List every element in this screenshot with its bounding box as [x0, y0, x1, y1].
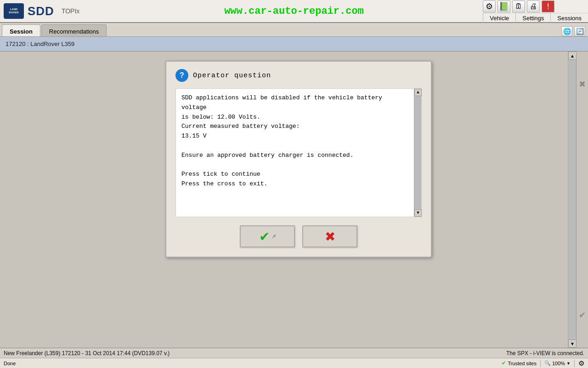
book-icon-btn[interactable]: 📗 — [498, 0, 510, 12]
panel-buttons: ✔ ↗ ✖ — [175, 225, 422, 247]
header: LAND ROVER SDD TOPIx www.car-auto-repair… — [0, 0, 588, 23]
msg-line-9: Press the cross to exit. — [181, 179, 408, 189]
scroll-area: ▲ ▼ — [568, 52, 576, 348]
header-icons-top: ⚙ 📗 🗓 🖨 ! — [483, 0, 588, 13]
cross-button[interactable]: ✖ — [302, 225, 357, 247]
tab-recommendations[interactable]: Recommendations — [41, 24, 107, 36]
cursor-indicator: ↗ — [271, 233, 276, 240]
far-right-cross[interactable]: ✖ — [579, 79, 586, 89]
land-rover-logo: LAND ROVER — [4, 3, 24, 19]
question-icon: ? — [175, 69, 188, 82]
tick-button[interactable]: ✔ ↗ — [240, 225, 295, 247]
panel-header: ? Operator question — [175, 69, 422, 82]
ie-bar: Done ✔ Trusted sites 🔍 100% ▼ ⚙ — [0, 358, 588, 368]
msg-scroll-track — [414, 96, 421, 209]
statusbar-left: New Freelander (L359) 172120 - 31 Oct 20… — [4, 350, 506, 356]
msg-line-2: is below: 12.00 Volts. — [181, 113, 408, 122]
scroll-up-btn[interactable]: ▲ — [568, 52, 577, 60]
print-icon-btn[interactable]: 🖨 — [527, 0, 540, 12]
zoom-area[interactable]: 🔍 100% ▼ — [544, 360, 571, 366]
logo-area: LAND ROVER SDD TOPIx — [4, 3, 79, 19]
website-label: www.car-auto-repair.com — [224, 6, 364, 17]
menu-settings[interactable]: Settings — [515, 13, 550, 23]
tab-session[interactable]: Session — [2, 24, 40, 36]
message-scrollbar: ▲ ▼ — [414, 89, 421, 217]
topix-label[interactable]: TOPIx — [62, 7, 79, 15]
menu-sessions[interactable]: Sessions — [550, 13, 588, 23]
refresh-icon-btn[interactable]: 🔄 — [574, 26, 585, 36]
spx-status: The SPX - i-VIEW is connected. — [506, 350, 584, 356]
zoom-dropdown-icon: ▼ — [566, 361, 571, 366]
ie-bar-right: ✔ Trusted sites 🔍 100% ▼ ⚙ — [40, 359, 584, 368]
far-right-panel: ✖ ✔ — [576, 52, 588, 348]
header-right-icons: ⚙ 📗 🗓 🖨 ! Vehicle Settings Sessions — [483, 0, 588, 23]
dialog-area: ? Operator question SDD applications wil… — [0, 52, 588, 348]
msg-scroll-down[interactable]: ▼ — [414, 209, 422, 217]
trusted-sites-label[interactable]: Trusted sites — [508, 361, 537, 366]
far-right-tick[interactable]: ✔ — [579, 310, 586, 320]
msg-line-3: Current measured battery voltage: — [181, 122, 408, 132]
warning-icon-btn[interactable]: ! — [542, 0, 554, 12]
menu-bar: Vehicle Settings Sessions — [483, 13, 588, 23]
menu-vehicle[interactable]: Vehicle — [483, 13, 515, 23]
message-box: SDD applications will be disabled if the… — [175, 88, 422, 217]
msg-line-5 — [181, 141, 408, 151]
vehicle-info: 172120 : LandRover L359 — [6, 40, 74, 47]
zoom-search-icon: 🔍 — [544, 360, 551, 366]
trusted-sites-area: ✔ Trusted sites — [502, 360, 537, 366]
msg-line-6: Ensure an approved battery charger is co… — [181, 151, 408, 161]
statusbar-right: The SPX - i-VIEW is connected. — [506, 350, 584, 356]
msg-line-7 — [181, 161, 408, 170]
scroll-track — [568, 60, 576, 339]
trusted-check-icon: ✔ — [502, 360, 506, 366]
sdd-logo: SDD — [28, 4, 54, 18]
cross-icon: ✖ — [325, 229, 335, 244]
calendar-icon-btn[interactable]: 🗓 — [512, 0, 525, 12]
msg-line-1: SDD applications will be disabled if the… — [181, 93, 408, 113]
msg-scroll-up[interactable]: ▲ — [414, 89, 422, 96]
msg-line-8: Press tick to continue — [181, 170, 408, 179]
tick-icon: ✔ — [259, 229, 270, 244]
scroll-down-btn[interactable]: ▼ — [568, 339, 577, 348]
panel-title: Operator question — [193, 72, 271, 80]
gear-icon-btn[interactable]: ⚙ — [483, 0, 496, 12]
operator-panel: ? Operator question SDD applications wil… — [165, 61, 432, 258]
vehicle-bar: 172120 : LandRover L359 — [0, 37, 588, 52]
ie-separator — [540, 360, 541, 367]
ie-separator-2 — [574, 360, 575, 367]
globe-icon-btn[interactable]: 🌐 — [561, 26, 572, 36]
msg-line-4: 13.15 V — [181, 132, 408, 141]
main-content: ▲ ▼ ✖ ✔ ? Operator question — [0, 52, 588, 348]
zoom-level: 100% — [552, 361, 565, 366]
statusbar: New Freelander (L359) 172120 - 31 Oct 20… — [0, 348, 588, 358]
ie-done-label: Done — [4, 361, 40, 366]
ie-gear-icon[interactable]: ⚙ — [578, 359, 584, 368]
tabbar: Session Recommendations 🌐 🔄 — [0, 23, 588, 37]
